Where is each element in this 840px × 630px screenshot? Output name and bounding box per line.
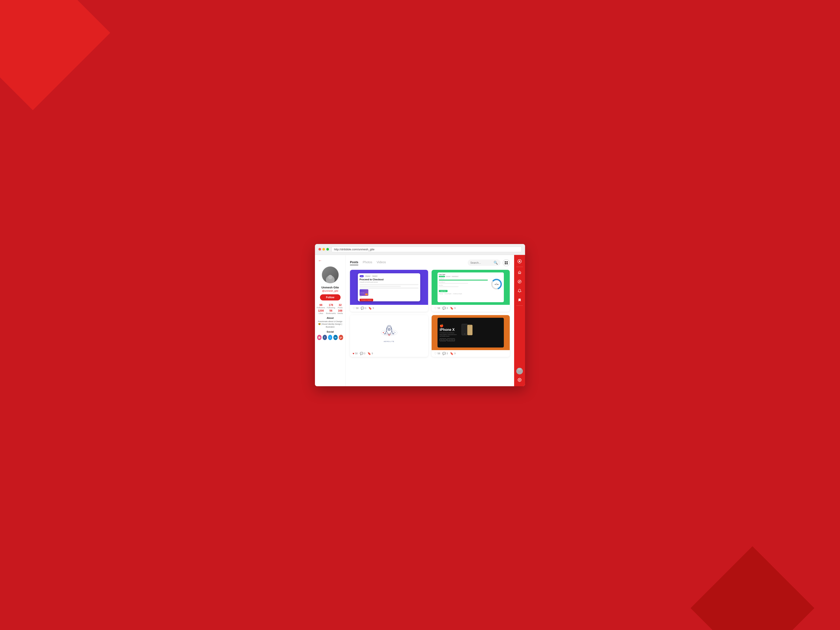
likes-count-iphone: 58 xyxy=(437,352,440,355)
bookmarks-group-loan: 🔖 9 xyxy=(450,306,455,310)
svg-point-3 xyxy=(388,328,390,330)
posts-label: Posts xyxy=(337,306,344,309)
close-dot[interactable] xyxy=(319,248,321,251)
post-thumbnail-loan[interactable]: Loan Type Home Loan Car Loan Personal Lo… xyxy=(432,270,510,305)
stat-posts: 32 Posts xyxy=(337,303,344,309)
tab-posts[interactable]: Posts xyxy=(350,261,358,265)
likes-count-loan: 58 xyxy=(437,307,440,309)
notification-nav-icon[interactable] xyxy=(516,287,523,295)
media-value: 168 xyxy=(337,309,344,312)
likes-group-iphone: ♡ 58 xyxy=(434,352,440,355)
post-thumbnail-checkout[interactable]: Cart Shipping Payment Proceed to Checkou… xyxy=(350,270,428,305)
maximize-dot[interactable] xyxy=(326,248,329,251)
sidebar-divider xyxy=(516,267,523,267)
heart-icon-aerolite[interactable]: ♥ xyxy=(352,352,354,355)
comments-group-aerolite: 💬 3 xyxy=(360,352,365,355)
post-card-loan: Loan Type Home Loan Car Loan Personal Lo… xyxy=(432,270,510,312)
tabs: Posts Photos Videos xyxy=(350,261,468,265)
likes-value: 1200 xyxy=(317,309,325,312)
heart-icon[interactable]: ♡ xyxy=(352,306,355,310)
social-title: Social xyxy=(317,330,343,333)
svg-point-8 xyxy=(395,332,395,333)
post-thumbnail-aerolite[interactable]: AEROLITE xyxy=(350,315,428,350)
bookmarks-label: Bookmarks xyxy=(326,312,336,314)
comments-group-loan: 💬 3 xyxy=(442,306,448,310)
post-card-checkout: Cart Shipping Payment Proceed to Checkou… xyxy=(350,270,428,312)
explore-nav-icon[interactable] xyxy=(516,278,523,285)
tab-videos[interactable]: Videos xyxy=(377,261,386,265)
post-card-iphone: 🍎 iPhone X A Smartphone that effortlessl… xyxy=(432,315,510,357)
svg-marker-13 xyxy=(519,281,520,282)
linkedin-icon[interactable]: in xyxy=(333,335,338,340)
google-icon[interactable]: g+ xyxy=(339,335,343,340)
bookmark-iphone-icon[interactable]: 🔖 xyxy=(450,352,453,355)
post-thumbnail-iphone[interactable]: 🍎 iPhone X A Smartphone that effortlessl… xyxy=(432,315,510,350)
brand-logo-icon xyxy=(516,257,523,265)
browser-window: http://dribbble.com/unmesh_gite ← Unmesh… xyxy=(315,244,525,386)
stat-followers: 98 Followers xyxy=(317,303,325,309)
followers-label: Followers xyxy=(317,306,325,309)
stat-media: 168 Media xyxy=(337,309,344,314)
about-section: About Passionate about UI Design 🤓 | Bra… xyxy=(315,317,345,328)
comments-count-iphone: 3 xyxy=(447,352,448,355)
bookmarks-group-iphone: 🔖 9 xyxy=(450,352,455,355)
settings-nav-icon[interactable] xyxy=(516,376,523,384)
svg-point-11 xyxy=(519,261,521,262)
comment-icon-aerolite[interactable]: 💬 xyxy=(360,352,363,355)
bookmark-save-icon[interactable]: 🔖 xyxy=(368,306,372,310)
main-content: Posts Photos Videos 🔍 xyxy=(346,255,514,386)
stat-following: 178 Following xyxy=(326,303,336,309)
comment-icon[interactable]: 💬 xyxy=(361,306,364,310)
checkout-title: Proceed to Checkout xyxy=(360,278,419,281)
facebook-icon[interactable]: f xyxy=(323,335,327,340)
user-avatar[interactable] xyxy=(516,368,523,374)
about-title: About xyxy=(317,317,343,319)
posts-value: 32 xyxy=(337,303,344,306)
svg-point-14 xyxy=(519,379,520,381)
bookmark-nav-icon[interactable] xyxy=(516,296,523,304)
back-button[interactable]: ← xyxy=(315,259,322,263)
comments-count-aerolite: 3 xyxy=(364,352,365,355)
dribbble-icon[interactable]: ⚾ xyxy=(317,335,322,340)
search-bar: 🔍 xyxy=(468,259,501,266)
right-sidebar xyxy=(514,255,525,386)
likes-group-loan: ♡ 58 xyxy=(434,306,440,310)
comment-icon-iphone[interactable]: 💬 xyxy=(442,352,446,355)
following-label: Following xyxy=(326,306,336,309)
search-icon[interactable]: 🔍 xyxy=(494,261,498,265)
grid-view-button[interactable] xyxy=(503,259,510,266)
checkout-sub: A beautiful and well focused checkout xyxy=(360,281,419,283)
bookmarks-count-iphone: 9 xyxy=(454,352,455,355)
likes-group: ♡ 58 xyxy=(352,306,358,310)
profile-name: Unmesh Gite xyxy=(321,286,339,289)
likes-label: Likes xyxy=(317,312,325,314)
search-input[interactable] xyxy=(471,261,492,264)
bookmarks-value: 56 xyxy=(326,309,336,312)
heart-icon-iphone[interactable]: ♡ xyxy=(434,352,437,355)
twitter-icon[interactable]: t xyxy=(328,335,332,340)
home-nav-icon[interactable] xyxy=(516,269,523,276)
avatar xyxy=(322,266,339,284)
media-label: Media xyxy=(337,312,344,314)
minimize-dot[interactable] xyxy=(322,248,325,251)
tab-photos[interactable]: Photos xyxy=(363,261,372,265)
tabs-bar: Posts Photos Videos 🔍 xyxy=(350,259,510,266)
svg-point-7 xyxy=(383,332,384,333)
bookmarks-count-loan: 9 xyxy=(454,307,455,309)
follow-button[interactable]: Follow xyxy=(320,294,341,300)
comment-icon-loan[interactable]: 💬 xyxy=(442,306,446,310)
social-section: Social ⚾ f t in g+ xyxy=(315,330,345,340)
likes-group-aerolite: ♥ 58 xyxy=(352,352,358,355)
grid-icon xyxy=(505,261,508,264)
stats-grid: 98 Followers 178 Following 32 Posts 1200… xyxy=(315,303,345,314)
left-sidebar: ← Unmesh Gite @unmesh_gite Follow 98 Fol… xyxy=(315,255,346,386)
bookmark-loan-icon[interactable]: 🔖 xyxy=(450,306,453,310)
svg-point-2 xyxy=(387,325,392,334)
heart-icon-loan[interactable]: ♡ xyxy=(434,306,437,310)
browser-toolbar: http://dribbble.com/unmesh_gite xyxy=(315,244,525,255)
bookmark-aerolite-icon[interactable]: 🔖 xyxy=(368,352,371,355)
posts-grid: Cart Shipping Payment Proceed to Checkou… xyxy=(350,270,510,357)
url-bar[interactable]: http://dribbble.com/unmesh_gite xyxy=(332,246,521,252)
comments-group-iphone: 💬 3 xyxy=(442,352,448,355)
stat-likes: 1200 Likes xyxy=(317,309,325,314)
